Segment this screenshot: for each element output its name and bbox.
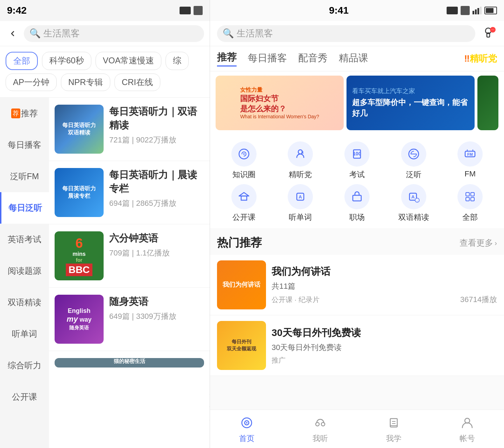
download-icon-right	[461, 6, 470, 15]
sidebar-item-tuijian[interactable]: 荐推荐	[0, 98, 49, 129]
svg-text:FM: FM	[467, 152, 473, 156]
rec-item-1[interactable]: 我们为何讲话 我们为何讲话 共11篇 公开课 · 纪录片 36714播放	[210, 255, 504, 315]
list-item[interactable]: 每日英语听力双语精读 每日英语听力｜双语精读 721篇 | 9022万播放	[49, 98, 210, 161]
top-tabs-right: 推荐 每日播客 配音秀 精品课 ‼精听党	[210, 46, 504, 71]
tab-all[interactable]: 全部	[6, 52, 38, 70]
list-info-1: 每日英语听力｜双语精读 721篇 | 9022万播放	[109, 105, 204, 145]
tab-voa[interactable]: VOA常速慢速	[96, 52, 162, 70]
back-button[interactable]	[6, 27, 20, 41]
sidebar-item-yingyu-kaoshi[interactable]: 英语考试	[0, 224, 49, 255]
tab-meiri-boke[interactable]: 每日播客	[248, 51, 287, 66]
func-jingtingdang[interactable]: 精听党	[279, 141, 321, 180]
content-list: 每日英语听力双语精读 每日英语听力｜双语精读 721篇 | 9022万播放 每日…	[49, 98, 210, 448]
svg-rect-0	[472, 11, 474, 14]
tab-more[interactable]: 综	[166, 52, 189, 70]
rec-sub-2: 30天每日外刊免费读	[272, 342, 497, 353]
rec-item-2[interactable]: 每日外刊双天全额返现 30天每日外刊免费读 30天每日外刊免费读 推广	[210, 315, 504, 376]
sidebar-item-shuangyu[interactable]: 双语精读	[0, 287, 49, 318]
see-more-button[interactable]: 查看更多 ›	[460, 237, 497, 248]
tab-ap[interactable]: AP一分钟	[6, 74, 57, 91]
func-icon-gongkaike	[231, 184, 257, 209]
func-zhichang[interactable]: 职场	[336, 184, 378, 223]
func-zhishiquan[interactable]: 知识圈	[223, 141, 265, 180]
banner-side[interactable]	[477, 76, 498, 130]
func-shuangyu-jindu[interactable]: A . 双语精读	[393, 184, 435, 223]
svg-text:.: .	[416, 199, 418, 202]
svg-point-32	[316, 422, 319, 426]
rec-info-1: 我们为何讲话 共11篇 公开课 · 纪录片 36714播放	[272, 265, 497, 305]
search-icon-right: 🔍	[223, 28, 234, 39]
svg-rect-1	[475, 9, 477, 14]
rec-info-2: 30天每日外刊免费读 30天每日外刊免费读 推广	[272, 326, 497, 365]
status-icons-left	[180, 6, 203, 15]
func-label-gongkaike: 公开课	[232, 212, 255, 223]
func-label-fantin: 泛听	[406, 169, 421, 180]
tab-jingpinke[interactable]: 精品课	[339, 51, 368, 66]
func-icon-jingtingdang	[288, 141, 313, 167]
image-icon-right	[447, 7, 458, 14]
thumb-meiri-shuangyu: 每日英语听力双语精读	[55, 105, 104, 154]
func-fantin[interactable]: 泛听	[393, 141, 435, 180]
download-icon-left	[194, 6, 203, 15]
search-input-right[interactable]: 🔍 生活黑客	[217, 25, 475, 42]
sidebar-item-meiri-fantin[interactable]: 每日泛听	[0, 192, 49, 224]
search-icon-left: 🔍	[29, 28, 41, 39]
rec-tags-1: 公开课 · 纪录片 36714播放	[272, 294, 497, 305]
func-icon-fm: FM	[457, 141, 483, 167]
tab-science60[interactable]: 科学60秒	[42, 52, 91, 70]
bottom-nav-study[interactable]: 我学	[357, 410, 430, 448]
tab-peiyin[interactable]: 配音秀	[298, 51, 328, 66]
bottom-nav-account[interactable]: 帐号	[430, 410, 504, 448]
svg-rect-2	[477, 8, 479, 14]
hot-section-title: 热门推荐	[217, 235, 262, 251]
list-item[interactable]: 6 mins for BBC 六分钟英语 709篇 | 1.1亿播放	[49, 224, 210, 288]
left-sidebar: 荐推荐 每日播客 泛听FM 每日泛听 英语考试 阅读题源 双语精读 听单词 综合…	[0, 98, 49, 448]
notification-button[interactable]: ···	[479, 25, 497, 42]
func-fm[interactable]: FM FM	[449, 141, 491, 180]
thumb-chendu: 每日英语听力晨读专栏	[55, 168, 104, 217]
list-item[interactable]: 每日英语听力晨读专栏 每日英语听力｜晨读专栏 694篇 | 2865万播放	[49, 161, 210, 224]
list-info-4: 随身英语 649篇 | 3309万播放	[109, 295, 204, 322]
account-icon	[459, 414, 476, 431]
tab-tuijian[interactable]: 推荐	[217, 51, 237, 66]
func-tingdanci[interactable]: A 听单词	[279, 184, 321, 223]
home-label: 首页	[239, 433, 254, 444]
list-meta-4: 649篇 | 3309万播放	[109, 311, 204, 322]
banner-car[interactable]: 看车买车就上汽车之家 超多车型降价中，一键查询，能省好几	[346, 76, 475, 130]
search-input-left[interactable]: 🔍 生活黑客	[24, 25, 204, 42]
tab-jingting[interactable]: ‼精听党	[464, 52, 497, 65]
list-item[interactable]: 猫的秘密生活 猫的秘密生活 44篇 | 36万播放	[49, 351, 210, 448]
svg-point-7	[243, 153, 245, 155]
sidebar-item-tingdanci[interactable]: 听单词	[0, 318, 49, 350]
sidebar-item-gongkaike[interactable]: 公开课	[0, 381, 49, 413]
func-gongkaike[interactable]: 公开课	[223, 184, 265, 223]
tab-npr[interactable]: NPR专辑	[61, 74, 110, 91]
chevron-right-icon: ›	[495, 239, 497, 247]
sidebar-item-fanfm[interactable]: 泛听FM	[0, 161, 49, 192]
banner-2-desc: 超多车型降价中，一键查询，能省好几	[352, 97, 469, 119]
func-all[interactable]: 全部	[449, 184, 491, 223]
svg-rect-3	[480, 7, 482, 14]
func-label-fm: FM	[464, 169, 476, 178]
sidebar-item-zongheting[interactable]: 综合听力	[0, 350, 49, 381]
tab-cri[interactable]: CRI在线	[114, 74, 160, 91]
bottom-nav-listen[interactable]: 我听	[284, 410, 357, 448]
list-info-2: 每日英语听力｜晨读专栏 694篇 | 2865万播放	[109, 168, 204, 209]
svg-rect-28	[471, 197, 474, 201]
rec-title-1: 我们为何讲话	[272, 265, 497, 278]
status-icons-right	[447, 6, 497, 15]
bottom-nav-home[interactable]: 首页	[210, 410, 284, 448]
list-title-2: 每日英语听力｜晨读专栏	[109, 168, 204, 195]
list-item[interactable]: Englishmy way随身英语 随身英语 649篇 | 3309万播放	[49, 288, 210, 351]
tabs-row-1: 全部 科学60秒 VOA常速慢速 综	[6, 52, 204, 70]
banner-womens-day[interactable]: 女性力量 国际妇女节是怎么来的？ What is International W…	[216, 76, 344, 130]
sidebar-item-meiri-boke[interactable]: 每日播客	[0, 129, 49, 161]
listen-label: 我听	[313, 433, 328, 444]
func-kaoshi[interactable]: 100 考试	[336, 141, 378, 180]
func-label-shuangyu: 双语精读	[398, 212, 429, 223]
category-tabs: 全部 科学60秒 VOA常速慢速 综 AP一分钟 NPR专辑 CRI在线	[0, 46, 210, 98]
home-icon	[238, 414, 255, 431]
banner-1-subtitle: What is International Women's Day?	[240, 114, 319, 119]
svg-point-33	[321, 422, 325, 426]
sidebar-item-yuedu[interactable]: 阅读题源	[0, 255, 49, 287]
